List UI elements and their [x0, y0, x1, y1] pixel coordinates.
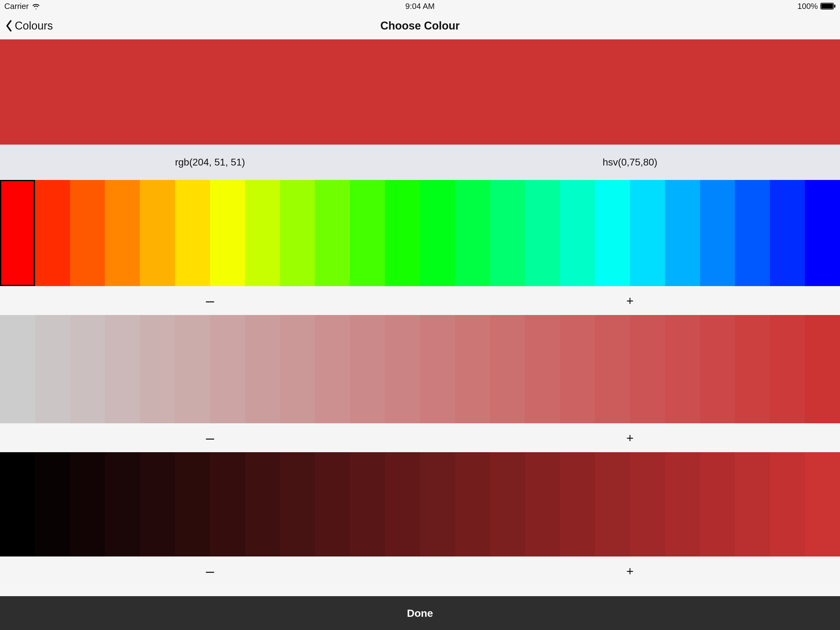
sat-row-swatch[interactable]	[560, 315, 595, 423]
hue-row-swatch[interactable]	[700, 180, 735, 286]
val-row-swatch[interactable]	[315, 452, 350, 557]
sat-row-swatch[interactable]	[700, 315, 735, 423]
sat-row-swatch[interactable]	[385, 315, 420, 423]
val-row-swatch[interactable]	[280, 452, 315, 557]
val-row-swatch[interactable]	[70, 452, 105, 557]
hue-row-swatch[interactable]	[175, 180, 210, 286]
hue-row-swatch[interactable]	[280, 180, 315, 286]
rgb-label: rgb(204, 51, 51)	[0, 157, 420, 168]
minus-icon: –	[206, 293, 214, 309]
val-row-swatch[interactable]	[210, 452, 245, 557]
hue-row-swatch[interactable]	[490, 180, 525, 286]
hue-row-swatch[interactable]	[595, 180, 630, 286]
val-row-swatch[interactable]	[525, 452, 560, 557]
hue-row-swatch[interactable]	[805, 180, 840, 286]
saturation-step-controls: – +	[0, 423, 840, 452]
hue-row-swatch[interactable]	[455, 180, 490, 286]
hue-row-swatch[interactable]	[350, 180, 385, 286]
sat-row-swatch[interactable]	[175, 315, 210, 423]
sat-row-swatch[interactable]	[595, 315, 630, 423]
nav-back-button[interactable]: Colours	[5, 19, 53, 32]
sat-row-swatch[interactable]	[140, 315, 175, 423]
val-row-swatch[interactable]	[735, 452, 770, 557]
hue-row-swatch[interactable]	[735, 180, 770, 286]
hue-row-swatch[interactable]	[105, 180, 140, 286]
val-row-swatch[interactable]	[420, 452, 455, 557]
done-button[interactable]: Done	[0, 596, 840, 630]
val-row-swatch[interactable]	[805, 452, 840, 557]
plus-icon: +	[626, 431, 633, 445]
hue-row-swatch[interactable]	[70, 180, 105, 286]
value-plus-button[interactable]: +	[420, 563, 840, 579]
val-row-swatch[interactable]	[595, 452, 630, 557]
sat-row-swatch[interactable]	[805, 315, 840, 423]
battery-percent-label: 100%	[797, 2, 818, 11]
svg-rect-1	[821, 4, 833, 9]
value-minus-button[interactable]: –	[0, 563, 420, 579]
hue-row-swatch[interactable]	[525, 180, 560, 286]
val-row-swatch[interactable]	[490, 452, 525, 557]
sat-row-swatch[interactable]	[105, 315, 140, 423]
sat-row-swatch[interactable]	[770, 315, 805, 423]
val-row-swatch[interactable]	[350, 452, 385, 557]
sat-row-swatch[interactable]	[350, 315, 385, 423]
nav-back-label: Colours	[15, 19, 53, 32]
status-bar-time: 9:04 AM	[281, 2, 558, 11]
hue-row-swatch[interactable]	[770, 180, 805, 286]
sat-row-swatch[interactable]	[315, 315, 350, 423]
hue-minus-button[interactable]: –	[0, 292, 420, 309]
hue-row-swatch[interactable]	[385, 180, 420, 286]
hue-row-swatch[interactable]	[665, 180, 700, 286]
sat-row-swatch[interactable]	[245, 315, 280, 423]
val-row-swatch[interactable]	[245, 452, 280, 557]
hue-row-swatch[interactable]	[315, 180, 350, 286]
hue-row-swatch[interactable]	[35, 180, 70, 286]
hue-plus-button[interactable]: +	[420, 293, 840, 308]
sat-row-swatch[interactable]	[280, 315, 315, 423]
nav-title: Choose Colour	[381, 19, 459, 32]
val-row-swatch[interactable]	[385, 452, 420, 557]
sat-row-swatch[interactable]	[455, 315, 490, 423]
chevron-left-icon	[5, 20, 13, 32]
val-row-swatch[interactable]	[175, 452, 210, 557]
val-row-swatch[interactable]	[105, 452, 140, 557]
svg-rect-2	[834, 5, 835, 8]
hue-row-swatch[interactable]	[210, 180, 245, 286]
plus-icon: +	[626, 565, 633, 578]
hue-row-swatch[interactable]	[560, 180, 595, 286]
val-row-swatch[interactable]	[665, 452, 700, 557]
val-row-swatch[interactable]	[630, 452, 665, 557]
saturation-plus-button[interactable]: +	[420, 430, 840, 445]
val-row-swatch[interactable]	[0, 452, 35, 557]
sat-row-swatch[interactable]	[420, 315, 455, 423]
color-info-row: rgb(204, 51, 51) hsv(0,75,80)	[0, 144, 840, 180]
done-label: Done	[407, 607, 433, 619]
val-row-swatch[interactable]	[35, 452, 70, 557]
saturation-swatch-row	[0, 315, 840, 423]
hue-swatch-row	[0, 180, 840, 286]
hue-row-swatch[interactable]	[245, 180, 280, 286]
val-row-swatch[interactable]	[455, 452, 490, 557]
sat-row-swatch[interactable]	[35, 315, 70, 423]
val-row-swatch[interactable]	[770, 452, 805, 557]
status-bar: Carrier 9:04 AM 100%	[0, 0, 840, 12]
value-swatch-row	[0, 452, 840, 557]
sat-row-swatch[interactable]	[210, 315, 245, 423]
hue-row-swatch[interactable]	[140, 180, 175, 286]
saturation-minus-button[interactable]: –	[0, 429, 420, 446]
hue-row-swatch[interactable]	[0, 180, 35, 286]
val-row-swatch[interactable]	[140, 452, 175, 557]
sat-row-swatch[interactable]	[630, 315, 665, 423]
sat-row-swatch[interactable]	[735, 315, 770, 423]
val-row-swatch[interactable]	[560, 452, 595, 557]
sat-row-swatch[interactable]	[525, 315, 560, 423]
sat-row-swatch[interactable]	[665, 315, 700, 423]
battery-icon	[820, 3, 836, 9]
sat-row-swatch[interactable]	[490, 315, 525, 423]
val-row-swatch[interactable]	[700, 452, 735, 557]
sat-row-swatch[interactable]	[70, 315, 105, 423]
sat-row-swatch[interactable]	[0, 315, 35, 423]
hue-row-swatch[interactable]	[630, 180, 665, 286]
hue-row-swatch[interactable]	[420, 180, 455, 286]
carrier-label: Carrier	[4, 2, 28, 11]
